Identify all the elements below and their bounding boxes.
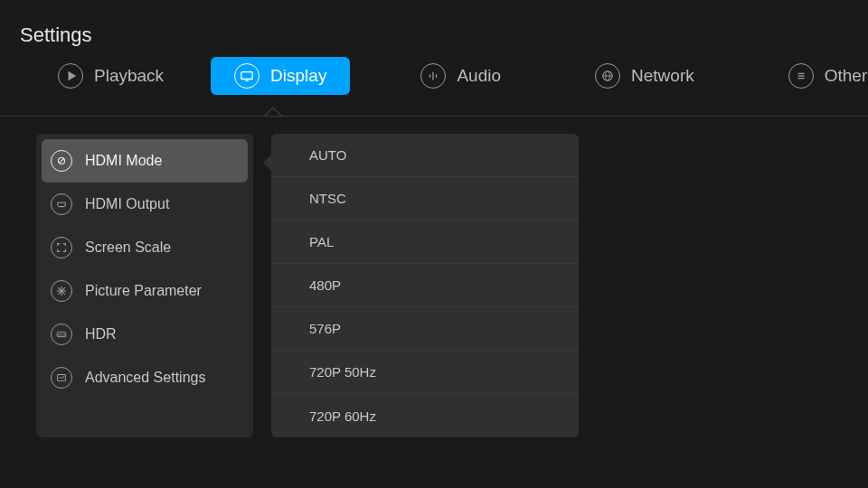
option-auto[interactable]: AUTO: [271, 134, 579, 177]
svg-line-13: [59, 158, 63, 163]
option-720p-60hz[interactable]: 720P 60Hz: [271, 394, 579, 437]
panel-pointer-arrow: [263, 154, 272, 172]
sidebar-item-screen-scale[interactable]: Screen Scale: [42, 226, 248, 269]
sidebar-item-hdr[interactable]: HDR HDR: [42, 313, 248, 356]
scale-icon: [51, 237, 72, 258]
content-panels: HDMI Mode HDMI Output Screen Scale Pictu…: [36, 134, 579, 437]
tab-playback[interactable]: Playback: [34, 57, 187, 95]
tab-display[interactable]: Display: [211, 57, 350, 95]
hdr-icon: HDR: [51, 324, 72, 345]
sidebar-item-label: HDMI Output: [85, 196, 169, 212]
sidebar-item-hdmi-mode[interactable]: HDMI Mode: [42, 139, 248, 183]
option-label: 720P 50Hz: [309, 364, 376, 380]
sidebar-item-label: HDMI Mode: [85, 153, 162, 169]
sidebar-item-advanced-settings[interactable]: Advanced Settings: [42, 356, 248, 399]
tab-audio[interactable]: Audio: [397, 57, 524, 95]
sidebar-item-label: Picture Parameter: [85, 283, 202, 299]
tab-label: Display: [270, 66, 326, 86]
tab-network[interactable]: Network: [571, 57, 718, 95]
option-label: PAL: [309, 234, 334, 249]
sidebar-item-label: Screen Scale: [85, 239, 171, 256]
sidebar-item-hdmi-output[interactable]: HDMI Output: [42, 183, 248, 226]
option-label: 480P: [309, 277, 341, 293]
sidebar-item-label: HDR: [85, 326, 117, 343]
equalizer-icon: [420, 63, 446, 89]
settings-sidebar: HDMI Mode HDMI Output Screen Scale Pictu…: [36, 134, 253, 437]
svg-rect-1: [241, 72, 252, 80]
option-480p[interactable]: 480P: [271, 264, 579, 307]
tab-pointer-arrow: [264, 107, 282, 116]
sidebar-item-label: Advanced Settings: [85, 370, 205, 386]
monitor-icon: [234, 63, 259, 89]
sidebar-item-picture-parameter[interactable]: Picture Parameter: [42, 269, 248, 313]
tab-label: Audio: [457, 66, 501, 86]
svg-marker-0: [69, 71, 77, 81]
option-576p[interactable]: 576P: [271, 307, 579, 351]
options-panel: AUTO NTSC PAL 480P 576P 720P 50Hz 720P 6…: [271, 134, 579, 437]
list-icon: [788, 63, 814, 89]
option-ntsc[interactable]: NTSC: [271, 177, 579, 221]
tab-label: Network: [631, 66, 694, 86]
tab-other[interactable]: Other: [765, 57, 868, 95]
option-pal[interactable]: PAL: [271, 221, 579, 264]
play-icon: [58, 63, 83, 89]
globe-icon: [595, 63, 620, 89]
horizontal-divider: [0, 116, 868, 117]
option-label: 720P 60Hz: [309, 408, 376, 424]
page-title: Settings: [20, 23, 92, 47]
svg-text:HDR: HDR: [58, 333, 66, 337]
snowflake-icon: [51, 280, 72, 302]
option-label: NTSC: [309, 191, 346, 206]
option-label: AUTO: [309, 147, 346, 163]
option-label: 576P: [309, 321, 341, 336]
advanced-icon: [51, 367, 72, 389]
tab-label: Playback: [94, 66, 164, 86]
hdmi-output-icon: [51, 193, 72, 215]
hdmi-mode-icon: [51, 150, 72, 172]
tab-label: Other: [825, 66, 868, 86]
option-720p-50hz[interactable]: 720P 50Hz: [271, 351, 579, 394]
tab-bar: Playback Display Audio Network Other: [0, 54, 868, 98]
